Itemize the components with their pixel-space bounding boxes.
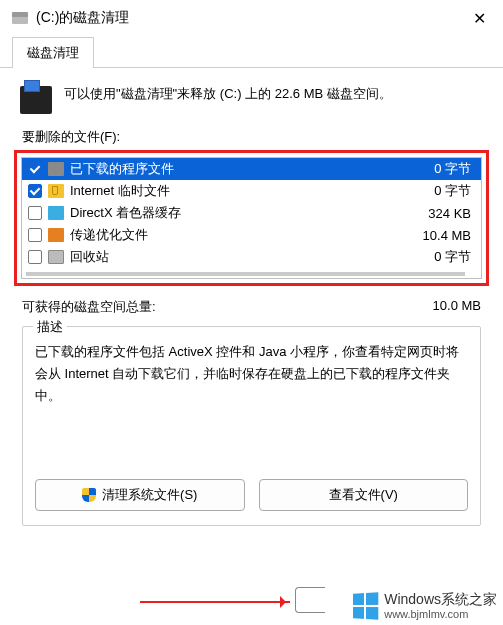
- description-group: 描述 已下载的程序文件包括 ActiveX 控件和 Java 小程序，你查看特定…: [22, 326, 481, 526]
- shield-icon: [82, 488, 96, 502]
- files-to-delete-label: 要删除的文件(F):: [0, 128, 503, 150]
- dialog-footer: Windows系统之家 www.bjmlmv.com: [0, 577, 503, 625]
- total-space-label: 可获得的磁盘空间总量:: [22, 298, 433, 316]
- tab-disk-cleanup[interactable]: 磁盘清理: [12, 37, 94, 68]
- file-checkbox[interactable]: [28, 228, 42, 242]
- watermark-line2: www.bjmlmv.com: [384, 608, 497, 621]
- watermark-line1: Windows系统之家: [384, 591, 497, 608]
- file-name: 传递优化文件: [70, 226, 405, 244]
- file-row[interactable]: 传递优化文件10.4 MB: [22, 224, 481, 246]
- file-size: 0 字节: [405, 182, 475, 200]
- close-icon[interactable]: ✕: [467, 9, 491, 28]
- file-row[interactable]: DirectX 着色器缓存324 KB: [22, 202, 481, 224]
- file-type-icon: [48, 228, 64, 242]
- file-type-icon: [48, 162, 64, 176]
- file-checkbox[interactable]: [28, 162, 42, 176]
- clean-system-files-label: 清理系统文件(S): [102, 486, 197, 504]
- file-type-icon: [48, 206, 64, 220]
- file-size: 0 字节: [405, 160, 475, 178]
- clean-system-files-button[interactable]: 清理系统文件(S): [35, 479, 245, 511]
- file-name: 回收站: [70, 248, 405, 266]
- titlebar: (C:)的磁盘清理 ✕: [0, 0, 503, 36]
- file-type-icon: [48, 184, 64, 198]
- file-size: 10.4 MB: [405, 228, 475, 243]
- file-size: 0 字节: [405, 248, 475, 266]
- annotation-arrow: [140, 601, 290, 603]
- file-checkbox[interactable]: [28, 250, 42, 264]
- file-name: Internet 临时文件: [70, 182, 405, 200]
- total-space-value: 10.0 MB: [433, 298, 481, 316]
- file-list-highlight: 已下载的程序文件0 字节Internet 临时文件0 字节DirectX 着色器…: [14, 150, 489, 286]
- intro-row: 可以使用"磁盘清理"来释放 (C:) 上的 22.6 MB 磁盘空间。: [0, 68, 503, 128]
- file-name: 已下载的程序文件: [70, 160, 405, 178]
- file-checkbox[interactable]: [28, 206, 42, 220]
- ok-button-partial[interactable]: [295, 587, 325, 613]
- tabstrip: 磁盘清理: [0, 36, 503, 68]
- view-files-label: 查看文件(V): [329, 486, 398, 504]
- windows-logo-icon: [353, 592, 378, 619]
- file-list[interactable]: 已下载的程序文件0 字节Internet 临时文件0 字节DirectX 着色器…: [21, 157, 482, 279]
- file-row[interactable]: 已下载的程序文件0 字节: [22, 158, 481, 180]
- file-row[interactable]: Internet 临时文件0 字节: [22, 180, 481, 202]
- drive-icon: [12, 12, 28, 24]
- watermark: Windows系统之家 www.bjmlmv.com: [352, 591, 497, 621]
- file-row[interactable]: 回收站0 字节: [22, 246, 481, 268]
- scrollbar-horizontal[interactable]: [26, 272, 465, 276]
- file-name: DirectX 着色器缓存: [70, 204, 405, 222]
- window-title: (C:)的磁盘清理: [36, 9, 467, 27]
- total-space-row: 可获得的磁盘空间总量: 10.0 MB: [0, 286, 503, 326]
- disk-cleanup-icon: [20, 86, 52, 114]
- file-size: 324 KB: [405, 206, 475, 221]
- description-legend: 描述: [33, 318, 67, 336]
- view-files-button[interactable]: 查看文件(V): [259, 479, 469, 511]
- file-checkbox[interactable]: [28, 184, 42, 198]
- intro-text: 可以使用"磁盘清理"来释放 (C:) 上的 22.6 MB 磁盘空间。: [64, 84, 392, 104]
- description-text: 已下载的程序文件包括 ActiveX 控件和 Java 小程序，你查看特定网页时…: [35, 341, 468, 451]
- file-type-icon: [48, 250, 64, 264]
